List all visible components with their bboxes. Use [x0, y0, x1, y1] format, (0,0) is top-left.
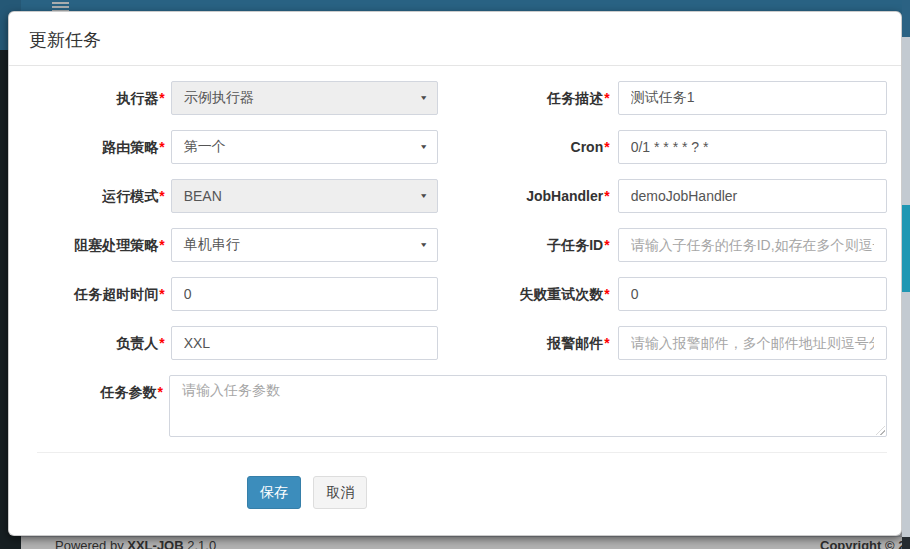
executor-label: 执行器* [37, 81, 171, 115]
child-jobid-input[interactable] [618, 228, 887, 262]
timeout-input[interactable] [171, 277, 438, 311]
save-button[interactable]: 保存 [247, 476, 301, 509]
timeout-label: 任务超时时间* [37, 277, 171, 311]
glue-type-label: 运行模式* [37, 179, 171, 213]
required-asterisk: * [604, 286, 609, 302]
required-asterisk: * [159, 90, 164, 106]
scrollbar-thumb[interactable] [902, 205, 910, 292]
required-asterisk: * [159, 188, 164, 204]
alarm-email-input[interactable] [618, 326, 887, 360]
update-job-modal: 更新任务 执行器* 示例执行器 ▼ 任务描述* 路由策略* 第一个 ▼ Cron… [8, 11, 902, 536]
job-handler-label: JobHandler* [438, 179, 612, 213]
block-strategy-label: 阻塞处理策略* [37, 228, 171, 262]
modal-title: 更新任务 [29, 29, 881, 51]
glue-type-select[interactable]: BEAN ▼ [171, 179, 438, 213]
chevron-down-icon: ▼ [419, 94, 428, 102]
job-desc-label: 任务描述* [438, 81, 612, 115]
executor-select[interactable]: 示例执行器 ▼ [171, 81, 438, 115]
cron-input[interactable] [618, 130, 887, 164]
fail-retry-label: 失败重试次数* [438, 277, 612, 311]
job-params-label: 任务参数* [37, 375, 169, 437]
cron-label: Cron* [438, 130, 612, 164]
alarm-email-label: 报警邮件* [438, 326, 612, 360]
required-asterisk: * [159, 335, 164, 351]
route-strategy-label: 路由策略* [37, 130, 171, 164]
fail-retry-input[interactable] [618, 277, 887, 311]
cancel-button[interactable]: 取消 [313, 476, 367, 509]
required-asterisk: * [604, 90, 609, 106]
required-asterisk: * [604, 139, 609, 155]
author-input[interactable] [171, 326, 438, 360]
chevron-down-icon: ▼ [419, 192, 428, 200]
page-scrollbar[interactable] [902, 0, 910, 549]
scrollbar-top-segment [902, 0, 910, 37]
block-strategy-select[interactable]: 单机串行 ▼ [171, 228, 438, 262]
button-row: 保存 取消 [37, 453, 887, 509]
required-asterisk: * [604, 335, 609, 351]
modal-body: 执行器* 示例执行器 ▼ 任务描述* 路由策略* 第一个 ▼ Cron* 运行模… [9, 66, 901, 509]
required-asterisk: * [159, 237, 164, 253]
chevron-down-icon: ▼ [419, 241, 428, 249]
required-asterisk: * [159, 139, 164, 155]
author-label: 负责人* [37, 326, 171, 360]
required-asterisk: * [604, 237, 609, 253]
chevron-down-icon: ▼ [419, 143, 428, 151]
required-asterisk: * [604, 188, 609, 204]
scrollbar-bottom-segment [902, 537, 910, 549]
job-desc-input[interactable] [618, 81, 887, 115]
route-strategy-select[interactable]: 第一个 ▼ [171, 130, 438, 164]
required-asterisk: * [159, 286, 164, 302]
modal-header: 更新任务 [9, 12, 901, 66]
job-params-textarea[interactable] [169, 375, 887, 437]
child-jobid-label: 子任务ID* [438, 228, 612, 262]
job-handler-input[interactable] [618, 179, 887, 213]
required-asterisk: * [158, 384, 163, 400]
